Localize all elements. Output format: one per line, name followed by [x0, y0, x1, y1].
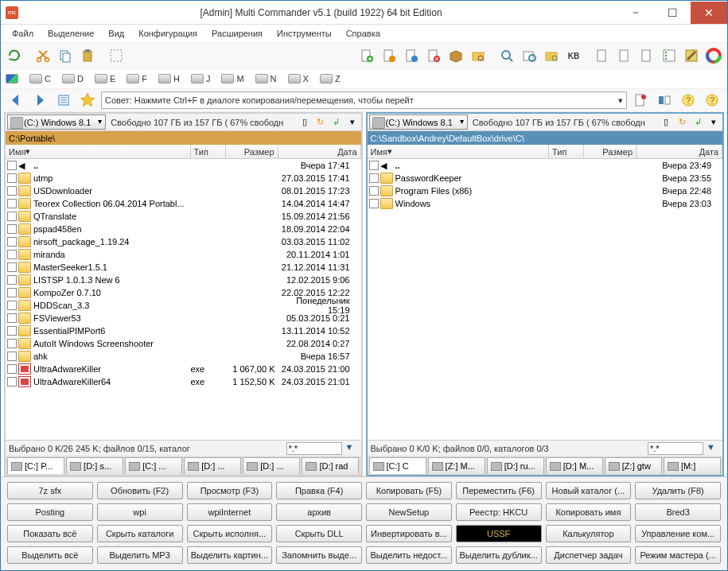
row-checkbox[interactable]	[7, 212, 17, 221]
panel-btn-d[interactable]: ▾	[707, 115, 721, 130]
col-date[interactable]: Дата	[278, 145, 361, 158]
col-size[interactable]: Размер	[584, 145, 637, 158]
list-row[interactable]: AutoIt Windows Screenshooter22.08.2014 0…	[6, 337, 361, 350]
cmd-button[interactable]: Диспетчер задач	[546, 546, 632, 564]
col-name[interactable]: Имя ▾	[368, 145, 550, 158]
color-wheel-icon[interactable]	[703, 45, 724, 66]
list-row[interactable]: WindowsВчера 23:03	[368, 197, 723, 210]
list-row[interactable]: EssentialPIMPort613.11.2014 10:52	[6, 324, 361, 337]
cmd-button[interactable]: Правка (F4)	[276, 482, 362, 499]
doc-c-icon[interactable]	[637, 45, 657, 66]
cmd-button[interactable]: Показать всё	[7, 525, 93, 542]
col-size[interactable]: Размер	[226, 145, 278, 158]
list-row[interactable]: UltraAdwareKiller64exe1 152,50 K24.03.20…	[6, 375, 361, 388]
help-a-icon[interactable]: ?	[678, 90, 699, 111]
menu-Выделение[interactable]: Выделение	[41, 27, 100, 40]
panel-btn-b[interactable]: ↻	[675, 115, 689, 130]
minimize-button[interactable]: －	[617, 2, 654, 24]
file-new-icon[interactable]	[356, 45, 377, 66]
back-button[interactable]	[6, 90, 26, 111]
folder-search-icon[interactable]	[468, 45, 489, 66]
cmd-button[interactable]: архив	[276, 503, 362, 521]
list-row[interactable]: UltraAdwareKillerexe1 067,00 K24.03.2015…	[6, 363, 361, 375]
drive-N[interactable]: N	[255, 74, 277, 84]
cmd-button[interactable]: Копировать (F5)	[366, 482, 452, 499]
row-checkbox[interactable]	[7, 275, 17, 285]
cmd-button[interactable]: Удалить (F8)	[635, 482, 721, 499]
cmd-button[interactable]: Просмотр (F3)	[187, 482, 273, 499]
row-checkbox[interactable]	[7, 173, 17, 183]
listing-left[interactable]: ◀..Вчера 17:41utmp27.03.2015 17:41USDown…	[6, 159, 361, 440]
cmd-button[interactable]: USSF	[456, 525, 542, 542]
menu-Справка[interactable]: Справка	[340, 27, 387, 40]
help-b-icon[interactable]: ?	[702, 90, 722, 111]
cmd-button[interactable]: Bred3	[635, 503, 721, 521]
tab[interactable]: [D:] ru...	[487, 457, 544, 474]
cut-icon[interactable]	[33, 45, 53, 66]
cmd-button[interactable]: wpi	[97, 503, 183, 521]
cmd-button[interactable]: Инвертировать в...	[366, 525, 452, 542]
row-checkbox[interactable]	[7, 262, 17, 272]
tab[interactable]: [D:] ...	[184, 457, 241, 474]
panel-btn-b[interactable]: ↻	[313, 115, 328, 130]
tab[interactable]: [Z:] gtw	[605, 457, 662, 474]
maximize-button[interactable]: ☐	[654, 2, 691, 24]
menu-Расширения[interactable]: Расширения	[205, 27, 269, 40]
row-checkbox[interactable]	[7, 250, 17, 259]
drive-X[interactable]: X	[288, 74, 309, 84]
drive-select-left[interactable]: (C:) Windows 8.1	[7, 115, 106, 130]
nav-aux-b-icon[interactable]	[654, 90, 675, 111]
cmd-button[interactable]: Калькулятор	[546, 525, 632, 542]
list-row[interactable]: PasswordKeeperВчера 23:55	[368, 172, 723, 185]
file-edit-icon[interactable]	[379, 45, 399, 66]
checklist-icon[interactable]	[659, 45, 679, 66]
row-checkbox[interactable]	[369, 199, 379, 208]
cmd-button[interactable]: Выделить дублик...	[456, 546, 542, 564]
list-row[interactable]: Teorex Collection 06.04.2014 Portabl...1…	[6, 197, 361, 210]
copy-icon[interactable]	[55, 45, 76, 66]
kb-icon[interactable]: KB	[563, 45, 584, 66]
tab[interactable]: [C:] P...	[7, 457, 64, 474]
find-files-icon[interactable]	[519, 45, 539, 66]
cmd-button[interactable]: Переместить (F6)	[456, 482, 542, 499]
tab[interactable]: [C:] ...	[125, 457, 182, 474]
forward-button[interactable]	[29, 90, 50, 111]
list-row[interactable]: MasterSeeker1.5.121.12.2014 11:31	[6, 261, 361, 274]
tab[interactable]: [Z:] M...	[428, 457, 485, 474]
tab[interactable]: [D:] ...	[243, 457, 300, 474]
row-checkbox[interactable]	[7, 199, 17, 208]
menu-Конфигурация[interactable]: Конфигурация	[132, 27, 204, 40]
doc-a-icon[interactable]	[592, 45, 613, 66]
cmd-button[interactable]: Выделить всё	[7, 546, 93, 564]
drive-E[interactable]: E	[95, 74, 115, 84]
list-row[interactable]: QTranslate15.09.2014 21:56	[6, 210, 361, 223]
drive-select-right[interactable]: (C:) Windows 8.1	[369, 115, 468, 130]
pack-icon[interactable]	[446, 45, 466, 66]
drive-C[interactable]: C	[29, 74, 51, 84]
windows-icon[interactable]	[6, 74, 18, 84]
list-row[interactable]: ◀..Вчера 17:41	[6, 159, 361, 172]
panel-btn-c[interactable]: ↲	[329, 115, 344, 130]
panel-btn-a[interactable]: ▯	[659, 115, 673, 130]
list-row[interactable]: USDownloader08.01.2015 17:23	[6, 185, 361, 197]
row-checkbox[interactable]	[7, 313, 17, 323]
list-row[interactable]: miranda20.11.2014 1:01	[6, 248, 361, 261]
cmd-button[interactable]: Обновить (F2)	[97, 482, 183, 499]
cmd-button[interactable]: Скрыть DLL	[276, 525, 362, 542]
menu-Файл[interactable]: Файл	[6, 27, 40, 40]
row-checkbox[interactable]	[7, 339, 17, 348]
drive-M[interactable]: M	[221, 74, 243, 84]
cmd-button[interactable]: Управление ком...	[635, 525, 721, 542]
cmd-button[interactable]: Копировать имя	[546, 503, 632, 521]
tip-combo[interactable]: Совет: Нажмите Ctrl+F в диалоге копирова…	[101, 91, 627, 109]
row-checkbox[interactable]	[7, 377, 17, 386]
refresh-icon[interactable]	[4, 45, 25, 66]
row-checkbox[interactable]	[7, 288, 17, 297]
cmd-button[interactable]: NewSetup	[366, 503, 452, 521]
list-row[interactable]: HDDScan_3.3Понедельник 15:19	[6, 299, 361, 312]
panel-btn-a[interactable]: ▯	[298, 115, 312, 130]
search-icon[interactable]	[496, 45, 517, 66]
cmd-button[interactable]: Скрыть каталоги	[97, 525, 183, 542]
list-row[interactable]: FSViewer5305.03.2015 0:21	[6, 312, 361, 324]
cmd-button[interactable]: Posting	[7, 503, 93, 521]
